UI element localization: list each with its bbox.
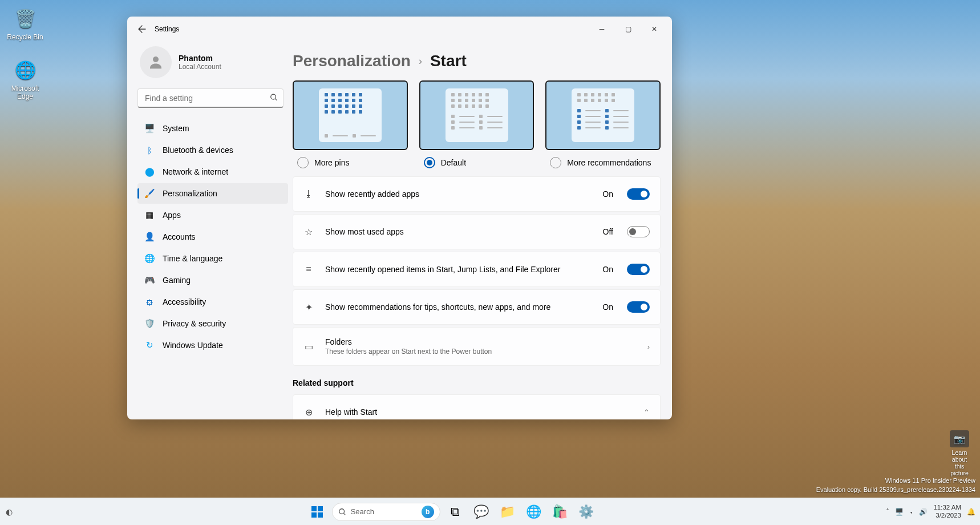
recycle-bin-icon: 🗑️	[13, 6, 38, 31]
breadcrumb-current: Start	[430, 52, 467, 70]
bluetooth-icon: ᛒ	[144, 145, 155, 155]
download-icon: ⭳	[303, 189, 314, 199]
start-button[interactable]	[306, 500, 329, 523]
nav-network[interactable]: ⬤Network & internet	[137, 161, 288, 182]
search-input[interactable]	[137, 88, 284, 108]
task-view-button[interactable]: ⧉	[444, 500, 467, 523]
svg-rect-5	[318, 512, 323, 518]
tray-chevron-icon[interactable]: ˄	[886, 508, 889, 516]
taskbar-clock[interactable]: 11:32 AM 3/2/2023	[933, 504, 961, 520]
titlebar: Settings ─ ▢ ✕	[127, 17, 672, 42]
radio-more-recs[interactable]	[550, 157, 561, 168]
edge-icon: 🌐	[13, 57, 38, 82]
system-icon: 🖥️	[144, 123, 155, 134]
user-name: Phantom	[179, 54, 221, 63]
accessibility-icon: ⯐	[144, 297, 155, 307]
notifications-icon[interactable]: 🔔	[967, 508, 975, 516]
sidebar: Phantom Local Account 🖥️System ᛒBluetoot…	[127, 42, 293, 419]
breadcrumb: Personalization › Start	[293, 52, 661, 70]
window-title: Settings	[155, 25, 179, 33]
chevron-up-icon: ⌃	[643, 408, 650, 417]
content: Personalization › Start More pins	[293, 42, 672, 419]
gamepad-icon: 🎮	[144, 275, 155, 285]
back-button[interactable]	[132, 19, 152, 39]
search-icon	[270, 94, 278, 103]
paintbrush-icon: 🖌️	[144, 188, 155, 199]
nav-privacy[interactable]: 🛡️Privacy & security	[137, 313, 288, 334]
svg-point-6	[339, 508, 344, 514]
toggle-recent-items[interactable]	[627, 264, 650, 275]
breadcrumb-parent[interactable]: Personalization	[293, 52, 411, 70]
person-icon: 👤	[144, 232, 155, 242]
chat-button[interactable]: 💬	[470, 500, 493, 523]
nav-personalization[interactable]: 🖌️Personalization	[137, 183, 288, 204]
nav-list: 🖥️System ᛒBluetooth & devices ⬤Network &…	[137, 118, 288, 356]
widgets-button[interactable]: ◐	[0, 507, 17, 516]
svg-point-1	[271, 94, 276, 99]
shield-icon: 🛡️	[144, 318, 155, 329]
explorer-button[interactable]: 📁	[496, 500, 519, 523]
toggle-recently-added[interactable]	[627, 188, 650, 200]
setting-recent-items: ≡ Show recently opened items in Start, J…	[293, 252, 661, 287]
nav-bluetooth[interactable]: ᛒBluetooth & devices	[137, 140, 288, 160]
spotlight-button[interactable]: 📷 Learn about this picture	[946, 430, 973, 465]
camera-icon: 📷	[950, 430, 969, 447]
avatar-icon	[140, 46, 172, 78]
settings-window: Settings ─ ▢ ✕ Phantom Local Account	[127, 17, 672, 419]
nav-accessibility[interactable]: ⯐Accessibility	[137, 292, 288, 312]
star-icon: ☆	[303, 227, 314, 237]
nav-apps[interactable]: ▦Apps	[137, 205, 288, 225]
update-icon: ↻	[144, 340, 155, 350]
nav-system[interactable]: 🖥️System	[137, 118, 288, 139]
svg-rect-3	[318, 506, 323, 511]
edge-button[interactable]: 🌐	[523, 500, 545, 523]
tray-monitor-icon[interactable]: 🖥️	[895, 508, 904, 516]
globe-clock-icon: 🌐	[144, 253, 155, 264]
desktop-edge[interactable]: 🌐 Microsoft Edge	[3, 57, 47, 100]
nav-update[interactable]: ↻Windows Update	[137, 335, 288, 356]
taskbar-search[interactable]: Search b	[332, 503, 440, 521]
layout-default[interactable]: Default	[419, 80, 534, 168]
minimize-button[interactable]: ─	[589, 20, 615, 38]
setting-recommendations: ✦ Show recommendations for tips, shortcu…	[293, 289, 661, 325]
radio-more-pins[interactable]	[297, 157, 309, 168]
chevron-right-icon: ›	[647, 342, 650, 351]
user-block[interactable]: Phantom Local Account	[137, 42, 288, 88]
layout-more-pins[interactable]: More pins	[293, 80, 408, 168]
close-button[interactable]: ✕	[641, 20, 667, 38]
help-with-start[interactable]: ⊕ Help with Start ⌃	[293, 394, 661, 419]
toggle-most-used[interactable]	[627, 226, 650, 237]
settings-button[interactable]: ⚙️	[575, 500, 598, 523]
tray-wifi-icon[interactable]: ⬩	[909, 508, 913, 516]
nav-time[interactable]: 🌐Time & language	[137, 248, 288, 269]
setting-folders[interactable]: ▭ Folders These folders appear on Start …	[293, 327, 661, 366]
svg-rect-4	[311, 512, 317, 518]
search-box[interactable]	[137, 88, 284, 108]
user-sub: Local Account	[179, 63, 221, 71]
back-arrow-icon	[137, 25, 147, 34]
apps-icon: ▦	[144, 210, 155, 220]
related-support-heading: Related support	[293, 378, 661, 387]
desktop-recycle-bin[interactable]: 🗑️ Recycle Bin	[3, 6, 47, 41]
tray-volume-icon[interactable]: 🔊	[919, 508, 928, 516]
store-button[interactable]: 🛍️	[549, 500, 572, 523]
nav-accounts[interactable]: 👤Accounts	[137, 227, 288, 247]
layout-more-recs[interactable]: More recommendations	[545, 80, 661, 168]
taskbar: ◐ Search b ⧉ 💬 📁 🌐 🛍️ ⚙️ ˄ 🖥️ ⬩ 🔊 11:32 …	[0, 498, 980, 525]
maximize-button[interactable]: ▢	[615, 20, 641, 38]
list-icon: ≡	[303, 264, 314, 274]
radio-default[interactable]	[424, 157, 435, 168]
svg-rect-2	[311, 506, 317, 511]
chevron-right-icon: ›	[419, 55, 422, 67]
setting-most-used: ☆ Show most used apps Off	[293, 214, 661, 249]
watermark: Windows 11 Pro Insider Preview Evaluatio…	[816, 476, 975, 494]
wifi-icon: ⬤	[144, 167, 155, 177]
svg-point-0	[153, 56, 159, 62]
nav-gaming[interactable]: 🎮Gaming	[137, 270, 288, 290]
folder-icon: ▭	[303, 341, 314, 352]
toggle-recommendations[interactable]	[627, 301, 650, 313]
sparkle-icon: ✦	[303, 302, 314, 312]
search-icon	[338, 508, 346, 516]
globe-icon: ⊕	[303, 407, 314, 417]
bing-icon: b	[422, 506, 434, 518]
